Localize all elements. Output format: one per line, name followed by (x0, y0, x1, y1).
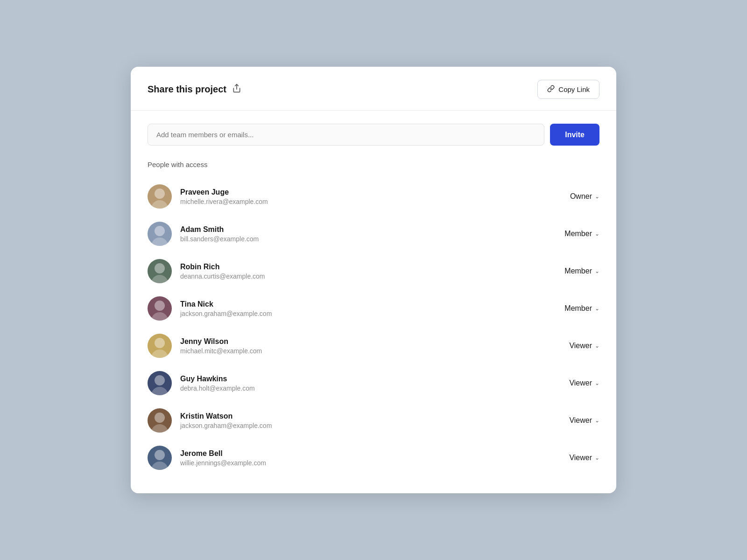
person-left: Adam Smith bill.sanders@example.com (148, 222, 259, 246)
role-selector[interactable]: Viewer ⌄ (569, 454, 599, 462)
person-name: Jenny Wilson (180, 337, 262, 346)
chevron-down-icon: ⌄ (595, 343, 599, 349)
modal-header: Share this project Copy Link (131, 67, 616, 111)
modal-title: Share this project (148, 84, 226, 95)
avatar (148, 446, 172, 470)
svg-point-16 (155, 450, 165, 460)
role-selector[interactable]: Viewer ⌄ (569, 379, 599, 387)
invite-row: Invite (148, 124, 599, 146)
role-label: Member (564, 267, 592, 275)
role-label: Member (564, 230, 592, 238)
person-email: willie.jennings@example.com (180, 459, 266, 467)
person-email: bill.sanders@example.com (180, 235, 259, 243)
person-email: michael.mitc@example.com (180, 347, 262, 355)
chevron-down-icon: ⌄ (595, 231, 599, 237)
role-selector[interactable]: Owner ⌄ (570, 192, 599, 201)
person-name: Tina Nick (180, 300, 272, 308)
svg-point-3 (151, 238, 168, 246)
svg-point-4 (155, 226, 165, 236)
person-row: Robin Rich deanna.curtis@example.com Mem… (148, 252, 599, 290)
share-modal: Share this project Copy Link (131, 67, 616, 493)
avatar (148, 408, 172, 433)
avatar (148, 371, 172, 395)
role-selector[interactable]: Viewer ⌄ (569, 416, 599, 425)
person-email: michelle.rivera@example.com (180, 198, 268, 205)
person-row: Guy Hawkins debra.holt@example.com Viewe… (148, 364, 599, 402)
role-selector[interactable]: Member ⌄ (564, 230, 599, 238)
person-row: Adam Smith bill.sanders@example.com Memb… (148, 215, 599, 252)
person-name: Robin Rich (180, 263, 265, 271)
header-title-group: Share this project (148, 84, 241, 95)
avatar (148, 259, 172, 283)
avatar (148, 222, 172, 246)
copy-link-label: Copy Link (558, 85, 590, 93)
chevron-down-icon: ⌄ (595, 455, 599, 461)
role-label: Viewer (569, 342, 592, 350)
link-icon (547, 85, 555, 94)
role-label: Owner (570, 192, 592, 201)
svg-point-10 (155, 338, 165, 348)
person-name: Kristin Watson (180, 412, 272, 420)
person-left: Jenny Wilson michael.mitc@example.com (148, 334, 262, 358)
chevron-down-icon: ⌄ (595, 305, 599, 312)
chevron-down-icon: ⌄ (595, 193, 599, 200)
avatar (148, 296, 172, 321)
svg-point-9 (151, 350, 168, 358)
svg-point-11 (151, 387, 168, 395)
person-left: Guy Hawkins debra.holt@example.com (148, 371, 255, 395)
svg-point-13 (151, 424, 168, 433)
person-info: Tina Nick jackson.graham@example.com (180, 300, 272, 317)
role-selector[interactable]: Member ⌄ (564, 267, 599, 275)
person-info: Jerome Bell willie.jennings@example.com (180, 449, 266, 467)
svg-point-14 (155, 413, 165, 423)
person-email: deanna.curtis@example.com (180, 273, 265, 280)
person-info: Jenny Wilson michael.mitc@example.com (180, 337, 262, 355)
share-icon (232, 84, 241, 95)
svg-point-7 (151, 312, 168, 321)
role-selector[interactable]: Viewer ⌄ (569, 342, 599, 350)
person-row: Jerome Bell willie.jennings@example.com … (148, 439, 599, 476)
role-label: Viewer (569, 379, 592, 387)
svg-point-6 (155, 263, 165, 273)
copy-link-button[interactable]: Copy Link (537, 80, 599, 99)
person-email: jackson.graham@example.com (180, 310, 272, 317)
person-row: Jenny Wilson michael.mitc@example.com Vi… (148, 327, 599, 364)
role-selector[interactable]: Member ⌄ (564, 304, 599, 313)
person-name: Jerome Bell (180, 449, 266, 458)
person-name: Guy Hawkins (180, 375, 255, 383)
chevron-down-icon: ⌄ (595, 380, 599, 386)
people-list: Praveen Juge michelle.rivera@example.com… (148, 178, 599, 476)
people-with-access-label: People with access (148, 161, 599, 168)
role-label: Viewer (569, 416, 592, 425)
svg-point-12 (155, 375, 165, 385)
svg-point-8 (155, 301, 165, 311)
svg-point-2 (155, 189, 165, 199)
avatar (148, 184, 172, 209)
svg-point-15 (151, 462, 168, 470)
svg-point-1 (151, 200, 168, 209)
person-name: Adam Smith (180, 225, 259, 234)
person-info: Guy Hawkins debra.holt@example.com (180, 375, 255, 392)
person-info: Adam Smith bill.sanders@example.com (180, 225, 259, 243)
invite-input[interactable] (148, 124, 544, 146)
person-info: Praveen Juge michelle.rivera@example.com (180, 188, 268, 205)
avatar (148, 334, 172, 358)
chevron-down-icon: ⌄ (595, 268, 599, 274)
person-left: Kristin Watson jackson.graham@example.co… (148, 408, 272, 433)
person-info: Kristin Watson jackson.graham@example.co… (180, 412, 272, 429)
person-left: Robin Rich deanna.curtis@example.com (148, 259, 265, 283)
person-row: Tina Nick jackson.graham@example.com Mem… (148, 290, 599, 327)
person-left: Jerome Bell willie.jennings@example.com (148, 446, 266, 470)
person-row: Kristin Watson jackson.graham@example.co… (148, 402, 599, 439)
person-info: Robin Rich deanna.curtis@example.com (180, 263, 265, 280)
svg-point-5 (151, 275, 168, 283)
role-label: Member (564, 304, 592, 313)
chevron-down-icon: ⌄ (595, 417, 599, 424)
role-label: Viewer (569, 454, 592, 462)
person-email: debra.holt@example.com (180, 385, 255, 392)
person-name: Praveen Juge (180, 188, 268, 196)
modal-body: Invite People with access Praveen Juge m… (131, 111, 616, 493)
person-left: Tina Nick jackson.graham@example.com (148, 296, 272, 321)
person-row: Praveen Juge michelle.rivera@example.com… (148, 178, 599, 215)
invite-button[interactable]: Invite (550, 124, 599, 146)
